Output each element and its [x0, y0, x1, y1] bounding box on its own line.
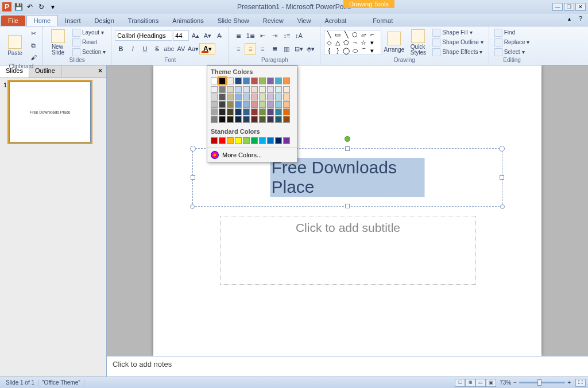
zoom-slider[interactable]	[519, 382, 565, 383]
theme-color-swatch[interactable]	[275, 77, 282, 84]
tab-home[interactable]: Home	[26, 15, 58, 26]
columns-icon[interactable]: ▥	[281, 43, 292, 55]
theme-tint-swatch[interactable]	[243, 101, 250, 108]
decrease-indent-icon[interactable]: ⇤	[257, 30, 268, 41]
format-painter-icon[interactable]: 🖌	[28, 52, 39, 63]
zoom-in-icon[interactable]: +	[567, 379, 571, 386]
theme-tint-swatch[interactable]	[267, 86, 274, 93]
theme-color-swatch[interactable]	[219, 77, 226, 84]
shape-effects-button[interactable]: Shape Effects ▾	[431, 48, 485, 57]
minimize-ribbon-icon[interactable]: ▴	[565, 15, 573, 23]
theme-color-swatch[interactable]	[235, 77, 242, 84]
theme-tint-swatch[interactable]	[227, 86, 234, 93]
theme-tint-swatch[interactable]	[235, 108, 242, 115]
theme-tint-swatch[interactable]	[267, 101, 274, 108]
layout-button[interactable]: Layout ▾	[71, 28, 107, 37]
theme-tint-swatch[interactable]	[235, 94, 242, 100]
sorter-view-icon[interactable]: ⊞	[465, 379, 475, 387]
thumbnail-preview[interactable]: Free Downloads Place	[9, 82, 91, 142]
italic-button[interactable]: I	[127, 43, 138, 55]
theme-tint-swatch[interactable]	[259, 108, 266, 115]
section-button[interactable]: Section ▾	[71, 48, 107, 57]
standard-color-swatch[interactable]	[211, 137, 218, 144]
theme-color-swatch[interactable]	[243, 77, 250, 84]
theme-tint-swatch[interactable]	[211, 101, 218, 108]
theme-tint-swatch[interactable]	[235, 101, 242, 108]
restore-button[interactable]: ❐	[564, 3, 574, 11]
title-text[interactable]: Free Downloads Place	[270, 158, 425, 197]
standard-color-swatch[interactable]	[267, 137, 274, 144]
help-icon[interactable]: ?	[577, 15, 585, 23]
more-colors-button[interactable]: More Colors...	[207, 148, 297, 162]
align-text-icon[interactable]: ⊟▾	[293, 43, 304, 55]
theme-color-swatch[interactable]	[227, 77, 234, 84]
theme-tint-swatch[interactable]	[275, 94, 282, 100]
tab-design[interactable]: Design	[88, 15, 121, 26]
tab-view[interactable]: View	[291, 15, 318, 26]
theme-color-swatch[interactable]	[283, 77, 290, 84]
numbering-icon[interactable]: 1≣	[245, 30, 256, 41]
theme-tint-swatch[interactable]	[283, 86, 290, 93]
theme-tint-swatch[interactable]	[219, 116, 226, 123]
theme-tint-swatch[interactable]	[227, 101, 234, 108]
align-right-icon[interactable]: ≡	[257, 43, 268, 55]
undo-icon[interactable]: ↶	[25, 2, 34, 11]
copy-icon[interactable]: ⧉	[28, 40, 39, 51]
shrink-font-icon[interactable]: A▾	[202, 30, 213, 41]
reading-view-icon[interactable]: ▭	[475, 379, 486, 387]
tab-review[interactable]: Review	[256, 15, 291, 26]
theme-tint-swatch[interactable]	[219, 108, 226, 115]
theme-tint-swatch[interactable]	[267, 108, 274, 115]
theme-tint-swatch[interactable]	[219, 101, 226, 108]
theme-tint-swatch[interactable]	[251, 108, 258, 115]
theme-tint-swatch[interactable]	[259, 116, 266, 123]
tab-transitions[interactable]: Transitions	[121, 15, 165, 26]
theme-tint-swatch[interactable]	[267, 116, 274, 123]
theme-tint-swatch[interactable]	[219, 86, 226, 93]
bold-button[interactable]: B	[115, 43, 126, 55]
theme-tint-swatch[interactable]	[243, 108, 250, 115]
standard-color-swatch[interactable]	[243, 137, 250, 144]
close-panel-icon[interactable]: ✕	[94, 65, 106, 77]
fit-slide-icon[interactable]: ⛶	[575, 379, 586, 387]
theme-tint-swatch[interactable]	[267, 94, 274, 100]
bullets-icon[interactable]: ≣	[233, 30, 244, 41]
minimize-button[interactable]: —	[552, 3, 563, 11]
align-center-icon[interactable]: ≡	[245, 43, 256, 55]
arrange-button[interactable]: Arrange	[382, 32, 405, 53]
change-case-button[interactable]: Aa▾	[187, 43, 199, 55]
theme-tint-swatch[interactable]	[211, 86, 218, 93]
theme-tint-swatch[interactable]	[259, 94, 266, 100]
standard-color-swatch[interactable]	[283, 137, 290, 144]
normal-view-icon[interactable]: ☐	[455, 379, 465, 387]
theme-tint-swatch[interactable]	[251, 116, 258, 123]
theme-tint-swatch[interactable]	[235, 116, 242, 123]
cut-icon[interactable]: ✂	[28, 28, 39, 39]
theme-tint-swatch[interactable]	[283, 94, 290, 100]
theme-tint-swatch[interactable]	[283, 116, 290, 123]
standard-color-swatch[interactable]	[251, 137, 258, 144]
theme-color-swatch[interactable]	[267, 77, 274, 84]
theme-tint-swatch[interactable]	[227, 94, 234, 100]
font-size-input[interactable]	[173, 30, 189, 41]
standard-color-swatch[interactable]	[219, 137, 226, 144]
justify-icon[interactable]: ≣	[269, 43, 280, 55]
slideshow-view-icon[interactable]: ▣	[486, 379, 496, 387]
shape-fill-button[interactable]: Shape Fill ▾	[431, 28, 485, 37]
shape-outline-button[interactable]: Shape Outline ▾	[431, 38, 485, 47]
theme-tint-swatch[interactable]	[227, 116, 234, 123]
new-slide-button[interactable]: New Slide	[47, 29, 69, 56]
save-icon[interactable]: 💾	[14, 2, 23, 11]
standard-color-swatch[interactable]	[227, 137, 234, 144]
text-direction-icon[interactable]: ↕A	[293, 30, 304, 41]
strikethrough-button[interactable]: S̶	[151, 43, 163, 55]
spacing-button[interactable]: AV	[175, 43, 187, 55]
tab-format[interactable]: Format	[366, 15, 400, 26]
notes-pane[interactable]: Click to add notes	[107, 356, 588, 377]
theme-tint-swatch[interactable]	[219, 94, 226, 100]
font-name-input[interactable]	[115, 30, 172, 41]
shapes-gallery[interactable]: ╲▭╲⬡▱⌐ ◇△⬠→☆▾ {}◯⬭⌒▾	[324, 30, 381, 55]
theme-tint-swatch[interactable]	[275, 86, 282, 93]
standard-color-swatch[interactable]	[235, 137, 242, 144]
theme-tint-swatch[interactable]	[235, 86, 242, 93]
